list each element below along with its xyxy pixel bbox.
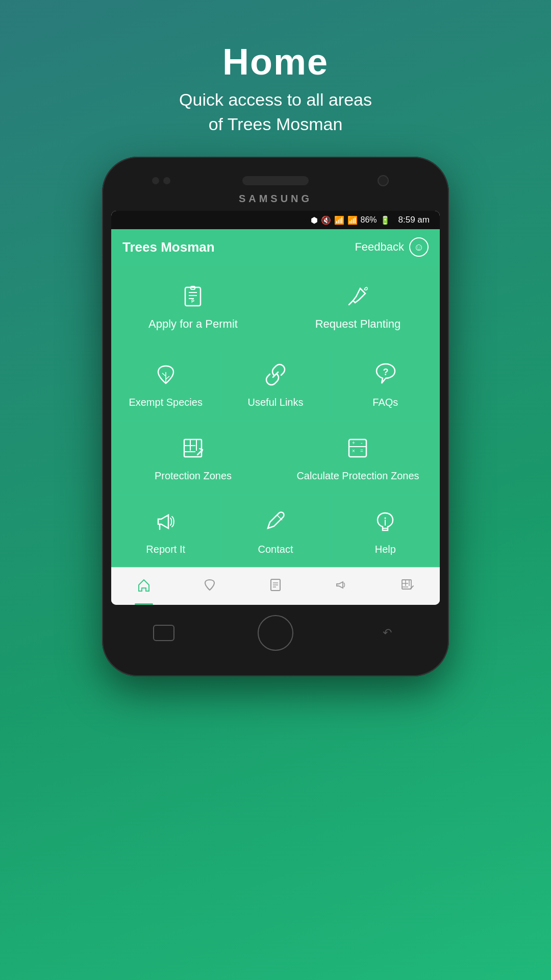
phone-camera [378,175,389,186]
megaphone-icon [153,509,179,536]
pencil-icon [263,509,288,536]
contact-button[interactable]: Contact [221,495,330,567]
status-bar: ⬢ 🔇 📶 📶 86% 🔋 8:59 am [111,211,440,229]
svg-text:=: = [361,448,364,454]
svg-text:P: P [191,299,194,304]
leaf-icon [153,362,179,389]
request-planting-label: Request Planting [315,317,401,332]
phone-screen: ⬢ 🔇 📶 📶 86% 🔋 8:59 am Trees Mosman Feedb… [111,211,440,605]
protection-zones-label: Protection Zones [155,469,232,482]
zones-icon [180,435,206,463]
samsung-brand: SAMSUNG [111,190,440,211]
wifi-icon: 📶 [347,215,358,225]
question-icon: ? [372,362,398,389]
svg-text:×: × [353,448,356,454]
svg-text:+: + [353,440,356,446]
leaf-nav-icon [203,578,217,596]
app-grid: P Apply for a Permit Request Planting [111,265,440,567]
exempt-species-label: Exempt Species [129,396,203,409]
svg-line-41 [410,586,413,589]
nav-report[interactable] [326,575,357,599]
app-title: Trees Mosman [122,239,215,255]
calculate-protection-zones-button[interactable]: + - × = Calculate Protection Zones [276,421,440,494]
status-time: 8:59 am [398,215,430,225]
recent-apps-button[interactable] [153,625,174,641]
shovel-icon [345,283,370,311]
megaphone-nav-icon [334,578,348,596]
mute-icon: 🔇 [321,215,331,225]
link-icon [263,362,288,389]
report-it-label: Report It [146,543,185,556]
nav-home[interactable] [129,575,159,599]
zones-nav-icon [400,578,414,596]
nav-permit[interactable] [260,575,291,599]
svg-point-31 [385,518,386,519]
svg-line-9 [166,376,169,379]
apply-permit-label: Apply for a Permit [148,317,238,332]
bulb-icon [372,509,398,536]
battery-icon: 🔋 [380,215,390,225]
svg-rect-11 [184,439,202,457]
svg-line-6 [349,301,353,305]
feedback-icon[interactable]: ☺ [409,237,429,257]
phone-speaker [242,176,309,185]
faqs-label: FAQs [372,396,398,409]
protection-zones-button[interactable]: Protection Zones [111,421,275,494]
battery-text: 86% [361,215,377,225]
apply-permit-button[interactable]: P Apply for a Permit [111,265,275,347]
calculator-icon: + - × = [345,435,370,463]
permit-icon: P [180,283,206,311]
calculate-protection-zones-label: Calculate Protection Zones [296,469,419,482]
phone-shell: SAMSUNG ⬢ 🔇 📶 📶 86% 🔋 8:59 am Trees Mosm… [102,157,449,676]
back-button[interactable]: ↶ [377,625,398,641]
signal-icon: 📶 [334,215,344,225]
svg-line-8 [162,373,166,376]
page-subtitle: Quick access to all areasof Trees Mosman [179,88,372,136]
contact-label: Contact [258,543,293,556]
nav-zones[interactable] [392,575,422,599]
bottom-nav [111,567,440,605]
svg-text:?: ? [383,367,389,377]
useful-links-button[interactable]: Useful Links [221,348,330,420]
faqs-button[interactable]: ? FAQs [331,348,440,420]
svg-text:-: - [361,440,363,446]
page-header: Home Quick access to all areasof Trees M… [179,0,372,157]
svg-line-27 [277,515,282,520]
exempt-species-button[interactable]: Exempt Species [111,348,220,420]
report-it-button[interactable]: Report It [111,495,220,567]
home-button[interactable] [258,615,293,651]
app-header: Trees Mosman Feedback ☺ [111,229,440,265]
useful-links-label: Useful Links [248,396,304,409]
feedback-label[interactable]: Feedback [355,240,404,254]
help-label: Help [375,543,396,556]
bluetooth-icon: ⬢ [311,215,318,225]
help-button[interactable]: Help [331,495,440,567]
page-title: Home [179,41,372,83]
request-planting-button[interactable]: Request Planting [276,265,440,347]
svg-rect-36 [402,580,411,589]
home-nav-icon [137,578,151,596]
doc-nav-icon [268,578,283,596]
nav-species[interactable] [194,575,225,599]
